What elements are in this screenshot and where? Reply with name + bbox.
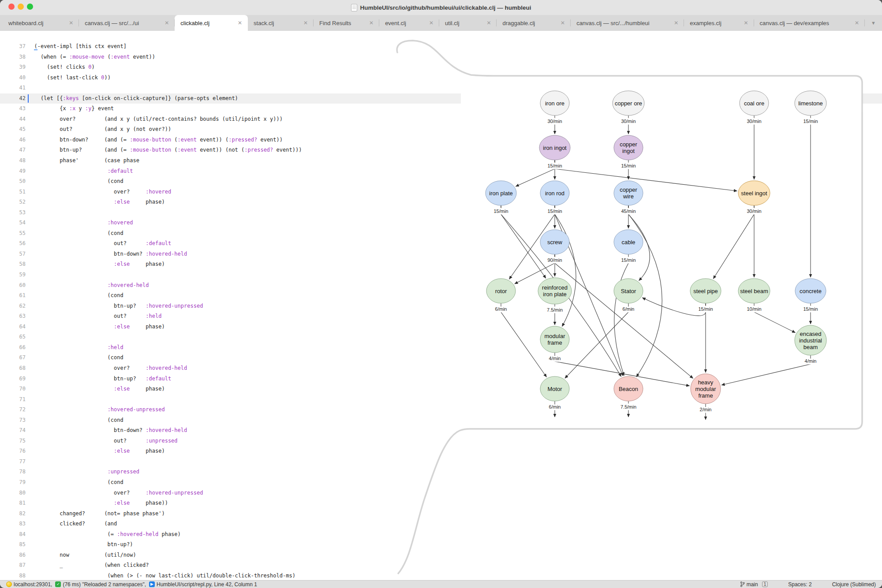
code-line-56[interactable]: 56 out? :default	[0, 238, 882, 249]
line-content: over? :hovered-unpressed	[26, 490, 203, 496]
code-line-69[interactable]: 69 btn-up? :default	[0, 374, 882, 384]
code-line-55[interactable]: 55 (cond	[0, 228, 882, 239]
status-segment: localhost:29301,	[6, 581, 52, 588]
tab-canvas-clj-dev-examples[interactable]: canvas.clj — dev/examples✕	[754, 15, 865, 31]
code-line-52[interactable]: 52 :else phase)	[0, 197, 882, 208]
tab-close-icon[interactable]: ✕	[69, 20, 73, 26]
code-line-51[interactable]: 51 over? :hovered	[0, 187, 882, 197]
status-right: main1Spaces: 2Clojure (Sublimed)	[740, 581, 876, 588]
line-content: btn-up? (and (= :mouse-button (:event ev…	[26, 147, 302, 153]
code-line-72[interactable]: 72 :hovered-unpressed	[0, 405, 882, 415]
code-line-87[interactable]: 87 _ (when clicked?	[0, 560, 882, 571]
code-line-47[interactable]: 47 btn-up? (and (= :mouse-button (:event…	[0, 145, 882, 156]
code-line-45[interactable]: 45 out? (and x y (not over?))	[0, 124, 882, 135]
line-content: (cond	[26, 230, 123, 236]
tab-examples-clj[interactable]: examples.clj✕	[684, 15, 754, 31]
tab-find-results[interactable]: Find Results✕	[314, 15, 379, 31]
code-line-38[interactable]: 38 (when (= :mouse-move (:event event))	[0, 52, 882, 63]
tab-close-icon[interactable]: ✕	[855, 20, 859, 26]
code-line-53[interactable]: 53	[0, 208, 882, 218]
tab-draggable-clj[interactable]: draggable.clj✕	[497, 15, 571, 31]
tab-label: clickable.clj	[180, 20, 209, 26]
code-line-79[interactable]: 79 (cond	[0, 477, 882, 488]
code-line-40[interactable]: 40 (set! last-click 0))	[0, 73, 882, 83]
code-line-43[interactable]: 43 {x :x y :y} event	[0, 104, 882, 114]
status-text: Spaces: 2	[788, 581, 811, 588]
code-line-61[interactable]: 61 (cond	[0, 290, 882, 301]
tab-close-icon[interactable]: ✕	[303, 20, 308, 26]
tab-close-icon[interactable]: ✕	[486, 20, 491, 26]
code-line-57[interactable]: 57 btn-down? :hovered-held	[0, 249, 882, 260]
code-line-86[interactable]: 86 now (util/now)	[0, 550, 882, 561]
code-line-83[interactable]: 83 clicked? (and	[0, 519, 882, 529]
tab-close-icon[interactable]: ✕	[238, 20, 242, 26]
tab-close-icon[interactable]: ✕	[369, 20, 374, 26]
code-line-78[interactable]: 78 :unpressed	[0, 467, 882, 477]
code-line-68[interactable]: 68 over? :hovered-held	[0, 363, 882, 374]
code-line-54[interactable]: 54 :hovered	[0, 218, 882, 228]
code-line-82[interactable]: 82 changed? (not= phase phase')	[0, 509, 882, 519]
code-line-46[interactable]: 46 btn-down? (and (= :mouse-button (:eve…	[0, 135, 882, 145]
code-line-85[interactable]: 85 btn-up?)	[0, 540, 882, 550]
tab-canvas-clj-src-ui[interactable]: canvas.clj — src/.../ui✕	[79, 15, 175, 31]
code-line-73[interactable]: 73 (cond	[0, 415, 882, 426]
status-clojure[interactable]: Clojure (Sublimed)	[832, 581, 876, 588]
status-spaces[interactable]: Spaces: 2	[788, 581, 811, 588]
code-line-42[interactable]: 42 (let [{:keys [on-click on-click-captu…	[0, 93, 882, 104]
tab-stack-clj[interactable]: stack.clj✕	[248, 15, 314, 31]
code-line-62[interactable]: 62 btn-up? :hovered-unpressed	[0, 301, 882, 312]
line-content: btn-up? :default	[26, 376, 171, 382]
code-line-50[interactable]: 50 (cond	[0, 176, 882, 187]
line-content: (-event-impl [this ctx event]	[26, 43, 127, 49]
code-line-58[interactable]: 58 :else phase)	[0, 259, 882, 270]
line-number: 39	[0, 62, 26, 73]
line-content: btn-up?)	[26, 541, 133, 547]
code-line-60[interactable]: 60 :hovered-held	[0, 280, 882, 291]
code-line-66[interactable]: 66 :held	[0, 342, 882, 353]
tab-clickable-clj[interactable]: clickable.clj✕	[175, 15, 248, 31]
code-line-74[interactable]: 74 btn-down? :hovered-held	[0, 425, 882, 436]
line-number: 38	[0, 52, 26, 63]
code-line-88[interactable]: 88 (when (> (- now last-click) util/doub…	[0, 571, 882, 580]
tab-close-icon[interactable]: ✕	[429, 20, 434, 26]
tab-event-clj[interactable]: event.clj✕	[379, 15, 439, 31]
tab-bar: whiteboard.clj✕canvas.clj — src/.../ui✕c…	[0, 15, 882, 31]
code-line-80[interactable]: 80 over? :hovered-unpressed	[0, 488, 882, 499]
code-line-81[interactable]: 81 :else phase))	[0, 498, 882, 509]
code-line-59[interactable]: 59	[0, 270, 882, 280]
tab-close-icon[interactable]: ✕	[744, 20, 748, 26]
tab-close-icon[interactable]: ✕	[164, 20, 169, 26]
line-number: 55	[0, 228, 26, 239]
code-line-67[interactable]: 67 (cond	[0, 353, 882, 363]
code-line-65[interactable]: 65	[0, 332, 882, 342]
line-content: phase' (case phase	[26, 157, 139, 164]
code-line-48[interactable]: 48 phase' (case phase	[0, 156, 882, 166]
line-number: 40	[0, 73, 26, 83]
code-line-39[interactable]: 39 (set! clicks 0)	[0, 62, 882, 73]
code-line-41[interactable]: 41	[0, 83, 882, 93]
code-line-71[interactable]: 71	[0, 394, 882, 405]
tab-util-clj[interactable]: util.clj✕	[439, 15, 497, 31]
line-content: over? :hovered-held	[26, 365, 187, 371]
code-editor[interactable]: 37 (-event-impl [this ctx event]38 (when…	[0, 31, 882, 580]
code-line-49[interactable]: 49 :default	[0, 166, 882, 177]
code-line-76[interactable]: 76 :else phase)	[0, 446, 882, 457]
code-line-84[interactable]: 84 (= :hovered-held phase)	[0, 529, 882, 540]
tab-overflow-icon[interactable]: ▼	[865, 15, 882, 31]
code-line-37[interactable]: 37 (-event-impl [this ctx event]	[0, 41, 882, 52]
line-content: (cond	[26, 354, 123, 361]
code-line-44[interactable]: 44 over? (and x y (util/rect-contains? b…	[0, 114, 882, 125]
code-line-77[interactable]: 77	[0, 457, 882, 467]
code-line-70[interactable]: 70 :else phase)	[0, 384, 882, 394]
tab-whiteboard-clj[interactable]: whiteboard.clj✕	[3, 15, 79, 31]
line-number: 53	[0, 208, 26, 218]
code-line-64[interactable]: 64 :else phase)	[0, 322, 882, 332]
code-line-75[interactable]: 75 out? :unpressed	[0, 436, 882, 447]
code-line-63[interactable]: 63 out? :held	[0, 311, 882, 322]
status-main[interactable]: main1	[740, 581, 768, 588]
tab-close-icon[interactable]: ✕	[674, 20, 678, 26]
green-check-icon: ✓	[55, 581, 61, 587]
tab-canvas-clj-src-humbleui[interactable]: canvas.clj — src/.../humbleui✕	[571, 15, 684, 31]
tab-close-icon[interactable]: ✕	[561, 20, 565, 26]
line-number: 68	[0, 363, 26, 374]
